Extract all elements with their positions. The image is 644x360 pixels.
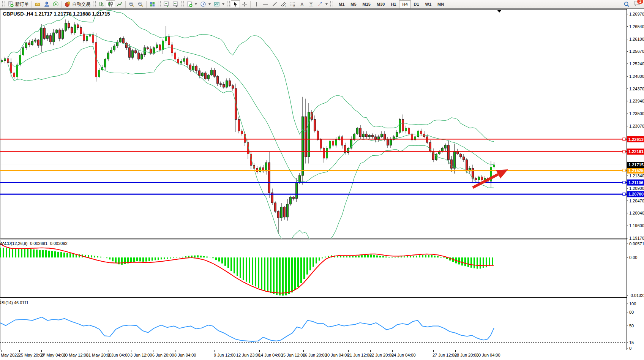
resistance-line-lower-handle[interactable]	[623, 150, 625, 153]
macd-pane[interactable]	[0, 240, 627, 298]
time-axis[interactable]: May 202225 May 20:0027 May 04:0030 May 1…	[1, 350, 500, 357]
svg-text:E: E	[285, 5, 286, 7]
candle	[44, 28, 46, 38]
candlestick-mode-button[interactable]	[106, 0, 115, 8]
price-axis[interactable]: 1.269701.265401.261001.256701.252401.248…	[627, 9, 644, 350]
channel-tool-button[interactable]: E	[279, 0, 288, 8]
signals-button[interactable]	[51, 0, 60, 8]
template-button[interactable]	[212, 0, 226, 8]
svg-text:May 2022: May 2022	[1, 353, 19, 357]
candle	[296, 183, 298, 199]
zoom-in-button[interactable]	[127, 0, 136, 8]
cursor-tool-button[interactable]	[231, 0, 240, 8]
svg-text:9 Jun 12:00: 9 Jun 12:00	[214, 353, 236, 357]
candle	[53, 33, 55, 42]
candle	[241, 131, 243, 134]
line-chart-mode-button[interactable]	[115, 0, 124, 8]
svg-text:1.22181: 1.22181	[628, 149, 644, 154]
candle	[238, 120, 240, 131]
bar-chart-mode-button[interactable]	[97, 0, 106, 8]
candle	[205, 73, 207, 79]
candle	[92, 35, 94, 42]
history-center-button[interactable]	[33, 0, 42, 8]
timeframe-H4[interactable]: H4	[399, 0, 410, 8]
accounts-button[interactable]	[42, 0, 51, 8]
candle	[147, 47, 149, 49]
horizontal-line-tool-button[interactable]	[261, 0, 270, 8]
candle	[460, 154, 462, 157]
auto-scroll-button[interactable]	[162, 0, 171, 8]
candle	[232, 85, 234, 88]
notifications-button[interactable]: 1	[634, 0, 641, 8]
support-line-upper-handle[interactable]	[623, 181, 625, 184]
current-price-tag: 1.21715	[627, 162, 644, 168]
candle	[478, 177, 480, 180]
main-pane[interactable]	[0, 9, 627, 238]
timeframe-W1[interactable]: W1	[422, 0, 435, 8]
timeframe-M30[interactable]: M30	[374, 0, 388, 8]
svg-text:1.25240: 1.25240	[629, 62, 644, 66]
timeframe-M5[interactable]: M5	[347, 0, 359, 8]
timeframe-MN[interactable]: MN	[434, 0, 447, 8]
arrows-tool-button[interactable]	[316, 0, 329, 8]
svg-text:MACD(12,26,9) -0.002681 -0.003: MACD(12,26,9) -0.002681 -0.003092	[0, 241, 68, 246]
trendline-tool-button[interactable]	[270, 0, 279, 8]
candle	[442, 148, 444, 151]
chart-shift-button[interactable]	[171, 0, 180, 8]
vertical-line-tool-button[interactable]	[252, 0, 261, 8]
horizontal-line-icon	[262, 1, 268, 7]
new-order-button[interactable]: 新订单	[6, 0, 30, 8]
toolbar-grip[interactable]	[181, 1, 184, 7]
toolbar-grip[interactable]	[330, 1, 333, 7]
candle	[174, 53, 176, 59]
toolbar-grip[interactable]	[2, 1, 5, 7]
search-icon[interactable]	[623, 1, 630, 8]
candle	[220, 84, 222, 84]
chart-canvas[interactable]: GBPUSD-,H4 1.21717 1.21778 1.21688 1.217…	[0, 9, 644, 360]
candle	[244, 134, 246, 142]
macd-axis[interactable]: 0.0057160.00-0.013222	[627, 242, 644, 298]
auto-trading-button[interactable]: 自动交易	[63, 0, 92, 8]
candle	[287, 204, 289, 217]
new-order-icon	[8, 1, 14, 7]
toolbar-grip[interactable]	[93, 1, 96, 7]
timeframe-M1[interactable]: M1	[336, 0, 347, 8]
candle	[417, 131, 419, 137]
svg-text:1.23500: 1.23500	[629, 111, 644, 116]
svg-text:1.26540: 1.26540	[629, 24, 644, 29]
toolbar-grip[interactable]	[227, 1, 230, 7]
resistance-line-upper-handle[interactable]	[623, 138, 625, 141]
candle	[159, 45, 161, 50]
candle	[229, 81, 231, 85]
zoom-out-button[interactable]	[136, 0, 145, 8]
timeframe-M15[interactable]: M15	[360, 0, 374, 8]
candle	[302, 117, 304, 175]
candle	[1, 61, 3, 62]
text-label-tool-button[interactable]: T	[306, 0, 316, 8]
chevron-down-icon	[208, 3, 211, 5]
candle	[98, 70, 100, 77]
text-tool-button[interactable]: A	[297, 0, 306, 8]
candle	[41, 28, 43, 45]
add-indicator-button[interactable]	[185, 0, 199, 8]
candle	[4, 58, 6, 60]
macd-label: MACD(12,26,9) -0.002681 -0.003092	[0, 241, 68, 246]
svg-text:1.23940: 1.23940	[629, 99, 644, 103]
period-button[interactable]	[199, 0, 212, 8]
timeframe-H1[interactable]: H1	[388, 0, 399, 8]
tile-windows-button[interactable]	[148, 0, 157, 8]
fibonacci-tool-button[interactable]: F	[288, 0, 297, 8]
toolbar-grip[interactable]	[158, 1, 161, 7]
svg-text:1.24370: 1.24370	[629, 87, 644, 91]
timeframe-D1[interactable]: D1	[411, 0, 422, 8]
line-chart-icon	[117, 1, 123, 7]
crosshair-tool-button[interactable]	[240, 0, 249, 8]
candle	[454, 151, 456, 168]
rsi-axis[interactable]: 1008050150	[627, 302, 636, 351]
support-line-lower-handle[interactable]	[623, 193, 625, 196]
candle	[186, 58, 188, 65]
svg-text:1.21106: 1.21106	[628, 180, 643, 185]
candle	[141, 55, 143, 59]
pivot-line-handle[interactable]	[623, 169, 625, 172]
price-tag-1.21106: 1.21106	[627, 180, 644, 186]
